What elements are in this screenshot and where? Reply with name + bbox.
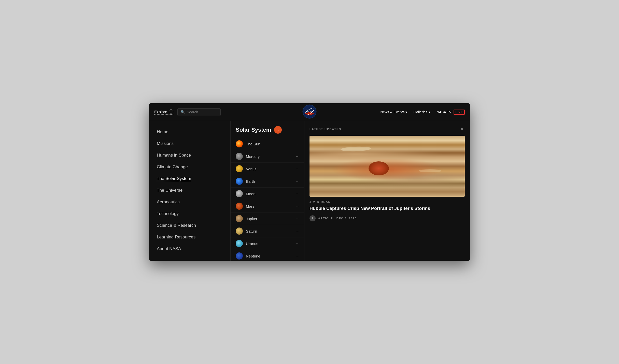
sidebar-item-missions[interactable]: Missions — [149, 138, 230, 149]
planet-item-jupiter[interactable]: Jupiter → — [231, 213, 304, 225]
close-button[interactable]: ✕ — [459, 126, 465, 132]
live-badge[interactable]: LIVE — [454, 110, 465, 115]
jupiter-photo — [310, 136, 465, 197]
solar-system-panel: Solar System → The Sun → Mercury → — [231, 121, 304, 261]
planet-name-mercury: Mercury — [246, 154, 260, 159]
solar-system-link-button[interactable]: → — [274, 126, 282, 134]
planet-left-neptune: Neptune — [236, 252, 260, 260]
earth-arrow-icon: → — [296, 179, 299, 183]
planet-name-sun: The Sun — [246, 142, 260, 146]
sidebar-item-science-research[interactable]: Science & Research — [149, 220, 230, 231]
header: Explore ⌄ 🔍 NASA — [149, 103, 470, 121]
jupiter-arrow-icon: → — [296, 217, 299, 221]
planet-item-venus[interactable]: Venus → — [231, 163, 304, 175]
planet-left-moon: Moon — [236, 190, 256, 197]
saturn-arrow-icon: → — [296, 229, 299, 233]
planet-left-mercury: Mercury — [236, 153, 260, 160]
sun-icon — [236, 140, 243, 147]
svg-point-5 — [309, 108, 310, 108]
nasa-tv-group: NASA TV LIVE — [437, 110, 465, 115]
news-events-label: News & Events — [380, 110, 404, 114]
sidebar-item-technology[interactable]: Technology — [149, 208, 230, 220]
sidebar-item-climate-change[interactable]: Climate Change — [149, 161, 230, 173]
explore-button[interactable]: Explore ⌄ — [154, 109, 173, 115]
search-input[interactable] — [187, 110, 217, 114]
mars-arrow-icon: → — [296, 204, 299, 208]
sidebar-item-about-nasa[interactable]: About NASA — [149, 243, 230, 255]
planet-item-sun[interactable]: The Sun → — [231, 138, 304, 150]
search-icon: 🔍 — [181, 110, 185, 114]
jupiter-cloud-1 — [341, 146, 371, 152]
earth-icon — [236, 178, 243, 185]
venus-arrow-icon: → — [296, 167, 299, 171]
read-time: 3 MIN READ — [310, 200, 465, 203]
sidebar-item-aeronautics[interactable]: Aeronautics — [149, 196, 230, 208]
planet-name-jupiter: Jupiter — [246, 217, 257, 221]
mercury-arrow-icon: → — [296, 154, 299, 158]
neptune-icon — [236, 252, 243, 260]
header-right: News & Events ▾ Galleries ▾ NASA TV LIVE — [380, 110, 465, 115]
galleries-label: Galleries — [413, 110, 427, 114]
browser-window: Explore ⌄ 🔍 NASA — [149, 103, 470, 261]
saturn-icon — [236, 227, 243, 235]
sidebar-item-solar-system[interactable]: The Solar System — [149, 173, 230, 185]
uranus-arrow-icon: → — [296, 241, 299, 246]
planet-left-saturn: Saturn — [236, 227, 257, 235]
article-image[interactable] — [310, 136, 465, 197]
updates-header-row: LATEST UPDATES ✕ — [310, 126, 465, 132]
article-title[interactable]: Hubble Captures Crisp New Portrait of Ju… — [310, 205, 465, 212]
moon-icon — [236, 190, 243, 197]
galleries-chevron-icon: ▾ — [429, 110, 430, 114]
news-events-chevron-icon: ▾ — [405, 110, 407, 114]
planet-item-earth[interactable]: Earth → — [231, 175, 304, 188]
planet-name-earth: Earth — [246, 179, 255, 184]
planet-item-saturn[interactable]: Saturn → — [231, 225, 304, 237]
nasa-tv-label[interactable]: NASA TV — [437, 110, 452, 114]
sun-arrow-icon: → — [296, 142, 299, 146]
planet-name-saturn: Saturn — [246, 229, 257, 233]
moon-arrow-icon: → — [296, 192, 299, 196]
neptune-arrow-icon: → — [296, 254, 299, 258]
svg-point-3 — [306, 110, 307, 110]
planet-left-mars: Mars — [236, 203, 254, 210]
updates-panel: LATEST UPDATES ✕ 3 MIN READ Hubble Captu… — [304, 121, 470, 261]
planet-name-neptune: Neptune — [246, 254, 260, 258]
nav-galleries[interactable]: Galleries ▾ — [413, 110, 430, 114]
sidebar-item-humans-in-space[interactable]: Humans in Space — [149, 149, 230, 161]
latest-updates-label: LATEST UPDATES — [310, 128, 341, 131]
planet-name-venus: Venus — [246, 167, 257, 171]
planet-name-mars: Mars — [246, 204, 254, 208]
planet-item-mercury[interactable]: Mercury → — [231, 150, 304, 163]
solar-system-title: Solar System — [236, 127, 271, 133]
main-body: Home Missions Humans in Space Climate Ch… — [149, 121, 470, 261]
planet-left-venus: Venus — [236, 165, 257, 172]
venus-icon — [236, 165, 243, 172]
planet-item-neptune[interactable]: Neptune → — [231, 250, 304, 261]
svg-point-4 — [312, 110, 313, 110]
planet-item-uranus[interactable]: Uranus → — [231, 237, 304, 250]
jupiter-cloud-2 — [419, 169, 442, 172]
planet-item-mars[interactable]: Mars → — [231, 200, 304, 213]
uranus-icon — [236, 240, 243, 247]
sidebar-item-universe[interactable]: The Universe — [149, 185, 230, 196]
jupiter-storm-visual — [369, 161, 389, 175]
planet-left-jupiter: Jupiter — [236, 215, 257, 222]
planet-left-uranus: Uranus — [236, 240, 258, 247]
sidebar-item-home[interactable]: Home — [149, 126, 230, 138]
planet-name-moon: Moon — [246, 192, 256, 196]
explore-label: Explore — [154, 110, 167, 114]
article-type: ARTICLE — [318, 217, 333, 220]
article-date: DEC 8, 2020 — [336, 217, 357, 220]
search-box[interactable]: 🔍 — [177, 108, 221, 116]
planet-item-moon[interactable]: Moon → — [231, 188, 304, 200]
mercury-icon — [236, 153, 243, 160]
header-left: Explore ⌄ 🔍 — [154, 108, 221, 116]
sidebar-item-learning-resources[interactable]: Learning Resources — [149, 231, 230, 243]
mars-icon — [236, 203, 243, 210]
svg-text:NASA: NASA — [306, 110, 313, 113]
planet-left-earth: Earth — [236, 178, 255, 185]
nasa-logo[interactable]: NASA — [302, 104, 317, 120]
planet-name-uranus: Uranus — [246, 241, 258, 246]
nav-news-events[interactable]: News & Events ▾ — [380, 110, 407, 114]
jupiter-icon — [236, 215, 243, 222]
